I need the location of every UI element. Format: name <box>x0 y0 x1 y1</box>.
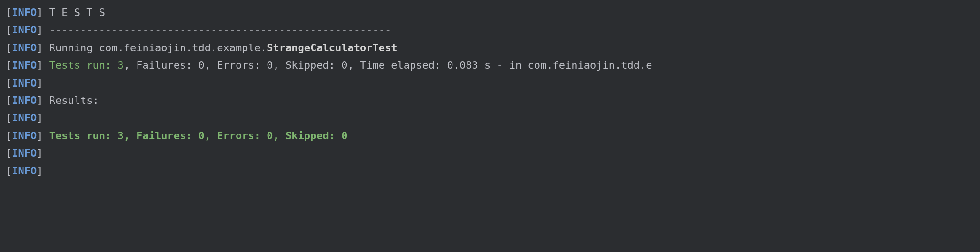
bracket-open: [ <box>6 94 12 106</box>
bracket-close: ] <box>37 24 43 36</box>
log-line: [INFO] Tests run: 3, Failures: 0, Errors… <box>6 127 974 144</box>
bracket-close: ] <box>37 147 43 159</box>
bracket-close: ] <box>37 165 43 177</box>
log-level-tag: INFO <box>12 94 37 106</box>
log-line: [INFO] <box>6 144 974 162</box>
log-line: [INFO] <box>6 162 974 180</box>
bracket-close: ] <box>37 42 43 54</box>
log-level-tag: INFO <box>12 77 37 89</box>
bracket-open: [ <box>6 112 12 124</box>
test-class-name: StrangeCalculatorTest <box>267 42 397 54</box>
log-level-tag: INFO <box>12 42 37 54</box>
log-content: T E S T S <box>43 7 105 18</box>
bracket-open: [ <box>6 7 12 18</box>
log-level-tag: INFO <box>12 7 37 18</box>
log-level-tag: INFO <box>12 24 37 36</box>
bracket-open: [ <box>6 24 12 36</box>
bracket-close: ] <box>37 59 43 71</box>
log-level-tag: INFO <box>12 130 37 142</box>
bracket-open: [ <box>6 59 12 71</box>
log-line: [INFO] Tests run: 3, Failures: 0, Errors… <box>6 56 974 74</box>
bracket-close: ] <box>37 94 43 106</box>
bracket-close: ] <box>37 130 43 142</box>
log-level-tag: INFO <box>12 59 37 71</box>
log-level-tag: INFO <box>12 165 37 177</box>
log-line: [INFO] T E S T S <box>6 4 974 21</box>
log-level-tag: INFO <box>12 147 37 159</box>
log-content-prefix: Running com.feiniaojin.tdd.example. <box>43 42 267 54</box>
bracket-close: ] <box>37 112 43 124</box>
log-content: Results: <box>43 94 99 106</box>
bracket-open: [ <box>6 42 12 54</box>
log-line: [INFO] Results: <box>6 92 974 109</box>
bracket-close: ] <box>37 77 43 89</box>
log-line: [INFO] <box>6 74 974 92</box>
bracket-open: [ <box>6 147 12 159</box>
log-line: [INFO] <box>6 109 974 126</box>
tests-run-summary: Tests run: 3 <box>43 59 123 71</box>
results-summary: Tests run: 3, Failures: 0, Errors: 0, Sk… <box>43 130 347 142</box>
log-level-tag: INFO <box>12 112 37 124</box>
log-line: [INFO] ---------------------------------… <box>6 21 974 39</box>
bracket-close: ] <box>37 7 43 18</box>
bracket-open: [ <box>6 77 12 89</box>
bracket-open: [ <box>6 130 12 142</box>
log-line: [INFO] Running com.feiniaojin.tdd.exampl… <box>6 39 974 56</box>
log-content: ----------------------------------------… <box>43 24 391 36</box>
bracket-open: [ <box>6 165 12 177</box>
test-details: , Failures: 0, Errors: 0, Skipped: 0, Ti… <box>124 59 652 71</box>
